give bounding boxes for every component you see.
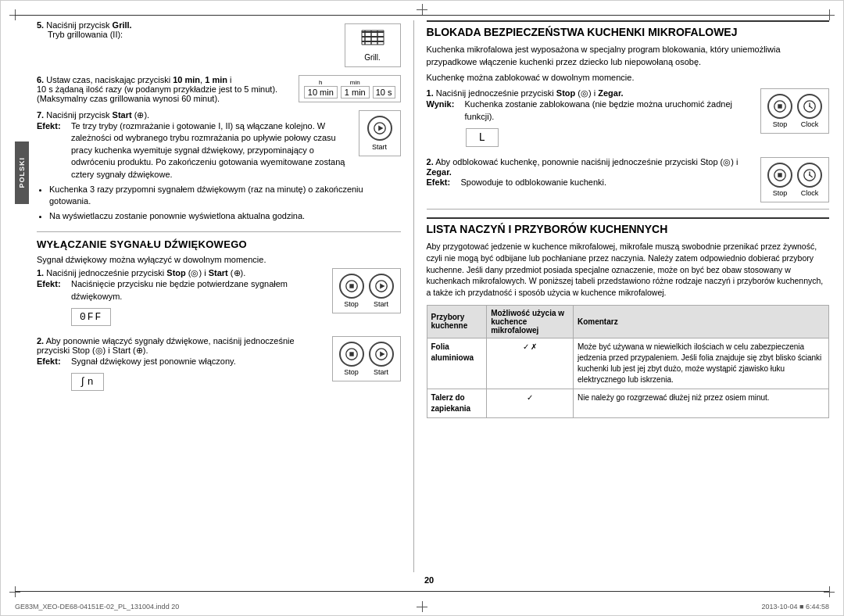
svg-point-31 bbox=[809, 174, 810, 176]
svg-marker-19 bbox=[380, 351, 384, 356]
start-label-2: Start bbox=[374, 368, 388, 376]
svg-rect-17 bbox=[349, 352, 353, 356]
time-controls: h 10 min min 1 min 10 s bbox=[304, 79, 395, 98]
stop-icon-svg-1 bbox=[345, 279, 359, 293]
wylaczanie-efekt2-text: Sygnał dźwiękowy jest ponownie włączony. bbox=[71, 356, 236, 367]
footer: GE83M_XEO-DE68-04151E-02_PL_131004.indd … bbox=[15, 603, 829, 611]
svg-rect-21 bbox=[778, 105, 781, 109]
wylaczanie-section: WYŁĄCZANIE SYGNAŁU DŹWIĘKOWEGO Sygnał dź… bbox=[37, 238, 401, 396]
stop-icon-svg-right-1 bbox=[773, 99, 787, 113]
stop-icon-svg-2 bbox=[345, 347, 359, 361]
top-border bbox=[15, 15, 829, 16]
off-display-value: 0FF bbox=[71, 308, 111, 326]
blokada-step-1: Stop bbox=[427, 88, 829, 152]
lista-text: Aby przygotować jedzenie w kuchence mikr… bbox=[427, 241, 829, 298]
bullet-2: Na wyświetlaczu zostanie ponownie wyświe… bbox=[49, 210, 401, 222]
blokada-step-2: Stop bbox=[427, 157, 829, 202]
stop-label-2: Stop bbox=[344, 368, 359, 376]
col1-header: Przybory kuchenne bbox=[427, 305, 487, 338]
stop-start-pair: Stop Start bbox=[339, 274, 394, 308]
step-5: Grill. 5. Naciśnij przycisk Grill. Tryb … bbox=[37, 20, 401, 70]
wylaczanie-efekt2-label: Efekt: bbox=[37, 356, 68, 367]
l-display-value: L bbox=[466, 128, 499, 147]
start-icon-svg-2 bbox=[374, 347, 388, 361]
step-6-number: 6. bbox=[37, 75, 44, 84]
step-7-number: 7. bbox=[37, 110, 44, 120]
wylaczanie-step2-efekt: Efekt: Sygnał dźwiękowy jest ponownie wł… bbox=[37, 356, 326, 367]
right-section-divider bbox=[427, 209, 829, 210]
start-label-1: Start bbox=[374, 300, 388, 308]
blokada-efekt-text: Spowoduje to odblokowanie kuchenki. bbox=[461, 177, 607, 188]
stop-clock-icons-box-1: Stop bbox=[760, 88, 829, 134]
stop-label-right-2: Stop bbox=[773, 189, 788, 197]
clock-icon-right-2: Clock bbox=[797, 163, 822, 197]
grill-icon-box: Grill. bbox=[345, 23, 401, 67]
blokada-wynik: Wynik: Kuchenka zostanie zablokowana (ni… bbox=[427, 98, 754, 123]
footer-left: GE83M_XEO-DE68-04151E-02_PL_131004.indd … bbox=[15, 603, 179, 611]
grill-icon bbox=[359, 29, 387, 51]
blokada-title: BLOKADA BEZPIECZEŃSTWA KUCHENKI MIKROFAL… bbox=[427, 20, 829, 39]
stop-clock-pair-1: Stop bbox=[767, 94, 822, 128]
stop-button-right-2 bbox=[767, 163, 792, 188]
language-tab: POLSKI bbox=[15, 141, 29, 204]
clock-icon-svg-1 bbox=[803, 99, 817, 113]
min-control: min 1 min bbox=[341, 79, 370, 98]
step-5-number: 5. bbox=[37, 20, 44, 30]
table-row: Talerz do zapiekania ✓ Nie należy go roz… bbox=[427, 389, 828, 417]
svg-point-25 bbox=[809, 106, 810, 107]
stop-start-pair-2: Stop Start bbox=[339, 342, 394, 376]
clock-icon-right-1: Clock bbox=[797, 94, 822, 128]
wylaczanie-efekt-text: Naciśnięcie przycisku nie będzie potwier… bbox=[71, 278, 326, 303]
start-icon-item-2: Start bbox=[369, 342, 394, 376]
time-display-box: h 10 min min 1 min 10 s bbox=[299, 75, 401, 102]
row-comment: Może być używana w niewielkich ilościach… bbox=[573, 338, 828, 389]
items-table: Przybory kuchenne Możliwość użycia w kuc… bbox=[427, 305, 829, 418]
svg-rect-13 bbox=[349, 284, 353, 288]
clock-icon-svg-2 bbox=[803, 168, 817, 182]
start-button-icon-2 bbox=[369, 342, 394, 367]
stop-clock-icons-box-2: Stop bbox=[760, 157, 829, 202]
step-7-text: 7. Naciśnij przycisk Start (⊕). bbox=[37, 110, 401, 120]
start-icon-box: Start bbox=[359, 110, 401, 156]
wylaczanie-title: WYŁĄCZANIE SYGNAŁU DŹWIĘKOWEGO bbox=[37, 238, 401, 250]
stop-icon-right-2: Stop bbox=[767, 163, 792, 197]
stop-icon-right-1: Stop bbox=[767, 94, 792, 128]
wylaczanie-efekt-label: Efekt: bbox=[37, 278, 68, 303]
svg-marker-15 bbox=[380, 284, 384, 289]
step-5-label: Naciśnij przycisk Grill. bbox=[46, 20, 131, 30]
left-column: Grill. 5. Naciśnij przycisk Grill. Tryb … bbox=[29, 20, 413, 572]
bottom-border bbox=[15, 591, 829, 592]
start-label: Start bbox=[372, 143, 387, 151]
page-number: 20 bbox=[29, 572, 829, 588]
table-row: Folia aluminiowa ✓ ✗ Może być używana w … bbox=[427, 338, 828, 389]
lista-title: LISTA NACZYŃ I PRZYBORÓW KUCHENNYCH bbox=[427, 217, 829, 236]
blokada-text2: Kuchenkę można zablokować w dowolnym mom… bbox=[427, 72, 829, 84]
blokada-efekt-label: Efekt: bbox=[427, 177, 458, 188]
clock-label-right-2: Clock bbox=[801, 189, 819, 197]
blokada-step2-efekt: Efekt: Spowoduje to odblokowanie kuchenk… bbox=[427, 177, 754, 188]
right-column: BLOKADA BEZPIECZEŃSTWA KUCHENKI MIKROFAL… bbox=[413, 20, 829, 572]
section-divider bbox=[37, 231, 401, 232]
start-icon-svg-1 bbox=[374, 279, 388, 293]
stop-start-icons-box: Stop Start bbox=[332, 268, 401, 313]
bullet-1: Kuchenka 3 razy przypomni sygnałem dźwię… bbox=[49, 184, 401, 208]
step-7-efekt: Efekt: Te trzy tryby (rozmrażanie i goto… bbox=[37, 120, 352, 181]
wylaczanie-step1-efekt: Efekt: Naciśnięcie przycisku nie będzie … bbox=[37, 278, 326, 303]
stop-button-icon-1 bbox=[339, 274, 364, 299]
stop-button-right-1 bbox=[767, 94, 792, 119]
on-display-value: ∫n bbox=[71, 373, 104, 391]
crosshair-br bbox=[824, 586, 835, 597]
table-header-row: Przybory kuchenne Możliwość użycia w kuc… bbox=[427, 305, 828, 338]
h-control: h 10 min bbox=[304, 79, 338, 98]
stop-button-icon-2 bbox=[339, 342, 364, 367]
row-name: Folia aluminiowa bbox=[427, 338, 487, 389]
s-value: 10 s bbox=[373, 86, 395, 98]
efekt-label: Efekt: bbox=[37, 120, 68, 181]
footer-right: 2013-10-04 ■ 6:44:58 bbox=[761, 603, 829, 611]
wynik-text: Kuchenka zostanie zablokowana (nie będzi… bbox=[465, 98, 754, 123]
min-label: min bbox=[350, 79, 360, 86]
blokada-text1: Kuchenka mikrofalowa jest wyposażona w s… bbox=[427, 44, 829, 68]
stop-label-1: Stop bbox=[344, 300, 359, 308]
wylaczanie-subtitle: Sygnał dźwiękowy można wyłączyć w dowoln… bbox=[37, 255, 401, 264]
col3-header: Komentarz bbox=[573, 305, 828, 338]
